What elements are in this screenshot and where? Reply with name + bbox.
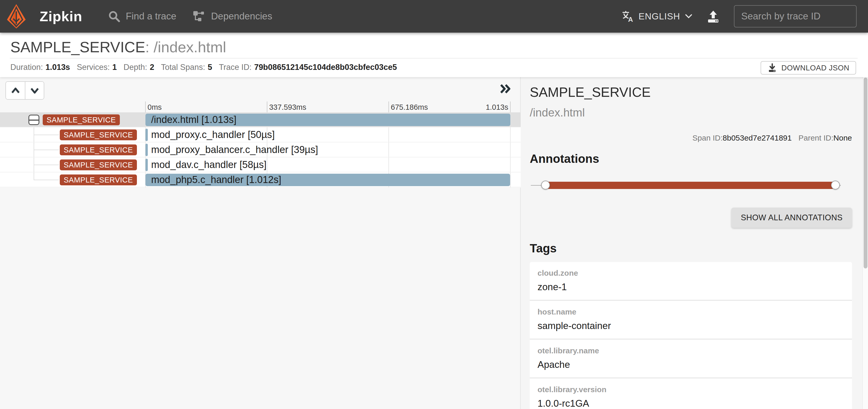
trace-stat-label: Duration: <box>10 63 43 72</box>
detail-endpoint: /index.html <box>530 106 585 119</box>
search-by-trace-id-input[interactable] <box>734 5 857 27</box>
annotations-range-slider <box>531 180 841 191</box>
slider-selected-range[interactable] <box>546 182 835 189</box>
span-duration-bar[interactable] <box>146 159 148 171</box>
nav-menu: Find a trace Dependencies <box>108 10 272 22</box>
chevron-up-icon <box>11 87 20 94</box>
tag-key: host.name <box>537 308 844 316</box>
page-title: SAMPLE_SERVICE: /index.html <box>10 38 226 56</box>
slider-handle-start[interactable] <box>541 181 550 189</box>
service-badge: SAMPLE_SERVICE <box>60 145 137 155</box>
language-selector[interactable]: A ENGLISH <box>622 10 692 22</box>
trace-stat-value: 5 <box>208 63 212 72</box>
tag-key: otel.library.version <box>537 385 844 394</box>
service-badge: SAMPLE_SERVICE <box>60 129 137 140</box>
trace-title-endpoint: /index.html <box>153 38 226 55</box>
trace-stat: Duration:1.013s <box>10 63 70 72</box>
zipkin-logo-icon <box>5 4 27 29</box>
trace-timeline-panel: 0ms337.593ms675.186ms1.013s SAMPLE_SERVI… <box>0 77 521 409</box>
service-badge: SAMPLE_SERVICE <box>43 115 120 125</box>
span-name-label: mod_dav.c_handler [58µs] <box>151 157 267 172</box>
upload-trace-button[interactable] <box>706 9 720 24</box>
tag-value: 1.0.0-rc1GA <box>537 398 844 409</box>
span-detail-panel: SAMPLE_SERVICE /index.html Span ID:8b053… <box>521 77 862 409</box>
span-row[interactable]: SAMPLE_SERVICE/index.html [1.013s] <box>0 112 521 127</box>
tag-value: zone-1 <box>537 282 844 292</box>
tags-card: cloud.zonezone-1host.namesample-containe… <box>530 262 852 409</box>
translate-icon: A <box>622 10 634 22</box>
span-name-label: mod_php5.c_handler [1.012s] <box>151 172 281 187</box>
nav-item-find-a-trace[interactable]: Find a trace <box>108 10 176 22</box>
span-row[interactable]: SAMPLE_SERVICEmod_php5.c_handler [1.012s… <box>0 172 521 187</box>
tick-label: 675.186ms <box>391 103 428 112</box>
vertical-scrollbar <box>862 77 868 409</box>
scrollbar-thumb[interactable] <box>864 78 867 269</box>
dependencies-icon <box>193 11 205 22</box>
download-json-button[interactable]: DOWNLOAD JSON <box>761 61 856 74</box>
tick-mark <box>267 101 267 112</box>
trace-stat-label: Services: <box>77 63 110 72</box>
nav-item-label: Find a trace <box>126 11 176 22</box>
tick-label: 1.013s <box>486 103 508 112</box>
tick-mark <box>145 101 146 112</box>
tag-key: cloud.zone <box>537 269 844 278</box>
tick-label: 337.593ms <box>269 103 306 112</box>
span-duration-bar[interactable] <box>146 144 148 156</box>
svg-text:A: A <box>628 15 633 22</box>
trace-stat-label: Trace ID: <box>219 63 252 72</box>
zipkin-home-link[interactable]: Zipkin <box>5 4 82 29</box>
collapse-expand-group <box>5 81 44 100</box>
tag-row: otel.library.version1.0.0-rc1GA <box>530 378 852 409</box>
span-duration-bar[interactable] <box>146 129 148 141</box>
service-badge: SAMPLE_SERVICE <box>60 175 137 185</box>
detail-service-name: SAMPLE_SERVICE <box>530 84 651 100</box>
tag-row: cloud.zonezone-1 <box>530 262 852 301</box>
span-row[interactable]: SAMPLE_SERVICEmod_dav.c_handler [58µs] <box>0 157 521 172</box>
tag-value: Apache <box>537 359 844 370</box>
nav-item-dependencies[interactable]: Dependencies <box>193 11 272 22</box>
span-rows: SAMPLE_SERVICE/index.html [1.013s]SAMPLE… <box>0 112 521 188</box>
trace-header: SAMPLE_SERVICE: /index.html Duration:1.0… <box>0 33 868 77</box>
tick-mark <box>510 101 510 112</box>
span-row[interactable]: SAMPLE_SERVICEmod_proxy_balancer.c_handl… <box>0 143 521 157</box>
double-chevron-right-icon <box>499 83 512 94</box>
span-id-value: 8b053ed7e2741891 <box>722 133 792 142</box>
trace-stat: Depth:2 <box>123 63 154 72</box>
trace-stats: Duration:1.013sServices:1Depth:2Total Sp… <box>10 63 397 72</box>
language-label: ENGLISH <box>639 11 680 22</box>
trace-stat-value: 1 <box>112 63 117 72</box>
service-badge: SAMPLE_SERVICE <box>60 159 137 170</box>
trace-stat-value: 79b086512145c104de8b03cbfec03ce5 <box>254 63 397 72</box>
chevron-down-icon <box>685 14 692 19</box>
collapse-all-button[interactable] <box>6 82 25 99</box>
tag-value: sample-container <box>537 320 844 331</box>
span-row[interactable]: SAMPLE_SERVICEmod_proxy.c_handler [50µs] <box>0 127 521 143</box>
trace-title-service: SAMPLE_SERVICE <box>10 38 145 55</box>
span-ids-line: Span ID:8b053ed7e2741891Parent ID:None <box>692 133 852 143</box>
parent-id-value: None <box>833 133 852 142</box>
span-id-label: Span ID: <box>692 133 723 142</box>
collapse-detail-button[interactable] <box>499 83 512 95</box>
tag-row: host.namesample-container <box>530 301 852 340</box>
download-icon <box>767 63 777 73</box>
trace-stat-label: Total Spans: <box>161 63 205 72</box>
span-name-label: mod_proxy.c_handler [50µs] <box>151 127 275 142</box>
slider-handle-end[interactable] <box>831 181 840 189</box>
navbar: Zipkin Find a trace Dependencies A <box>0 0 868 33</box>
download-json-label: DOWNLOAD JSON <box>781 64 849 72</box>
tags-title: Tags <box>530 241 557 255</box>
trace-stat-value: 1.013s <box>45 63 70 72</box>
annotations-title: Annotations <box>530 152 599 166</box>
parent-id-label: Parent ID: <box>798 133 833 142</box>
show-all-annotations-button[interactable]: SHOW ALL ANNOTATIONS <box>731 208 852 228</box>
expand-all-button[interactable] <box>25 82 44 99</box>
trace-stat-label: Depth: <box>123 63 147 72</box>
tag-row: otel.library.nameApache <box>530 340 852 378</box>
tag-key: otel.library.name <box>537 346 844 355</box>
collapse-children-toggle[interactable] <box>28 115 39 125</box>
upload-icon <box>706 9 720 24</box>
tick-label: 0ms <box>148 103 162 112</box>
brand-name: Zipkin <box>40 8 82 24</box>
trace-stat: Trace ID:79b086512145c104de8b03cbfec03ce… <box>219 63 397 72</box>
nav-item-label: Dependencies <box>211 11 272 22</box>
